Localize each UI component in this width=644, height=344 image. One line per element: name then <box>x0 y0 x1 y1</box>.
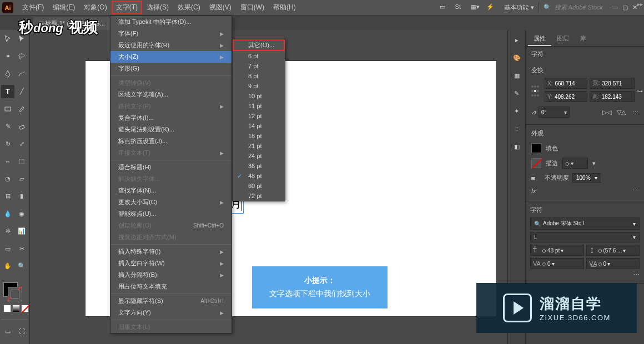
kerning-field[interactable]: VA◇0▾ <box>530 258 584 269</box>
menu-效果(C)[interactable]: 效果(C) <box>173 1 205 14</box>
selection-tool[interactable] <box>1 32 14 45</box>
minimize-icon[interactable]: ― <box>612 4 618 11</box>
y-field[interactable]: Y:408.262 <box>545 91 587 102</box>
tab-layers[interactable]: 图层 <box>551 32 575 46</box>
document-tab[interactable]: 未标题-1* @ 84% (RG... <box>33 17 110 30</box>
font-style-select[interactable]: L▾ <box>530 232 640 242</box>
symbol-sprayer-tool[interactable]: ✲ <box>1 225 14 238</box>
shaper-tool[interactable]: ✎ <box>1 120 14 133</box>
fill-stroke-swatch[interactable] <box>3 282 22 301</box>
eraser-tool[interactable] <box>15 120 28 133</box>
more-options-icon[interactable]: ⋯ <box>632 109 638 116</box>
free-transform-tool[interactable]: ⬚ <box>15 155 28 168</box>
size-option[interactable]: 21 pt <box>233 141 285 151</box>
menu-item[interactable]: 插入分隔符(B)▶ <box>110 269 232 281</box>
paintbrush-tool[interactable] <box>15 102 28 115</box>
screen-mode-normal-icon[interactable]: ▭ <box>1 325 14 338</box>
flip-v-icon[interactable]: ▽△ <box>617 109 626 116</box>
menu-item[interactable]: 区域文字选项(A)... <box>110 89 232 100</box>
width-tool[interactable]: ↔ <box>1 155 14 168</box>
search-box[interactable]: 🔍 搜索 Adobe Stock <box>539 2 607 13</box>
eyedropper-tool[interactable]: 💧 <box>1 207 14 220</box>
size-option[interactable]: 48 pt <box>233 171 285 181</box>
menu-item[interactable]: 字体(F)▶ <box>110 28 232 39</box>
size-option[interactable]: 36 pt <box>233 161 285 171</box>
menu-item[interactable]: 插入特殊字符(I)▶ <box>110 246 232 257</box>
stock-icon[interactable]: St <box>455 3 464 12</box>
bridge-icon[interactable]: ▭ <box>440 3 449 12</box>
column-graph-tool[interactable]: 📊 <box>15 225 28 238</box>
stroke-color-swatch[interactable] <box>531 158 541 168</box>
size-option[interactable]: 72 pt <box>233 191 285 201</box>
menu-对象(O)[interactable]: 对象(O) <box>79 1 111 14</box>
menu-文字(T)[interactable]: 文字(T) <box>112 1 142 14</box>
rotate-tool[interactable]: ↻ <box>1 137 14 150</box>
menu-视图(V)[interactable]: 视图(V) <box>205 1 236 14</box>
menu-item[interactable]: 适合标题(H) <box>110 161 232 173</box>
dock-symbols-icon[interactable]: ✦ <box>511 105 522 117</box>
tab-properties[interactable]: 属性 <box>528 32 551 46</box>
dock-swatches-icon[interactable]: ▦ <box>511 70 522 81</box>
menu-item[interactable]: 最近使用的字体(R)▶ <box>110 39 232 51</box>
menu-选择(S)[interactable]: 选择(S) <box>142 1 173 14</box>
tracking-field[interactable]: V͟A◇0▾ <box>586 258 640 269</box>
gradient-mode-icon[interactable] <box>12 305 20 312</box>
dock-gradient-icon[interactable]: ◧ <box>511 141 522 152</box>
w-field[interactable]: 宽:328.571 <box>590 78 635 89</box>
font-size-field[interactable]: T͊◇48 pt▾ <box>530 245 584 256</box>
mesh-tool[interactable]: ⊞ <box>1 190 14 203</box>
size-option[interactable]: 18 pt <box>233 131 285 141</box>
menu-item[interactable]: 用占位符文本填充 <box>110 281 232 292</box>
size-option[interactable]: 14 pt <box>233 121 285 131</box>
menu-文件(F)[interactable]: 文件(F) <box>18 1 48 14</box>
font-family-select[interactable]: 🔍Adobe 宋体 Std L▾ <box>530 217 640 230</box>
zoom-tool[interactable]: 🔍 <box>15 260 28 273</box>
h-field[interactable]: 高:182.143 <box>590 91 635 102</box>
artboard-tool[interactable]: ▭ <box>1 242 14 255</box>
screen-mode-full-icon[interactable]: ⛶ <box>15 325 28 338</box>
x-field[interactable]: X:668.714 <box>545 78 587 89</box>
more-options-icon[interactable]: ⋯ <box>632 187 638 194</box>
menu-item[interactable]: 智能标点(U)... <box>110 208 232 220</box>
fill-color-swatch[interactable] <box>531 143 541 153</box>
more-options-icon[interactable]: ⋯ <box>633 271 640 278</box>
rectangle-tool[interactable] <box>1 102 14 115</box>
menu-item[interactable]: 避头尾法则设置(K)... <box>110 124 232 135</box>
stroke-weight-field[interactable]: ◇▾ <box>562 158 588 169</box>
hand-tool[interactable]: ✋ <box>1 260 14 273</box>
shape-builder-tool[interactable]: ◔ <box>1 172 14 185</box>
workspace-selector[interactable]: 基本功能 ▾ <box>500 3 539 12</box>
opacity-field[interactable]: 100%▾ <box>572 173 601 183</box>
panel-collapse-icon[interactable]: ▸▸ <box>637 1 643 7</box>
menu-item[interactable]: 复合字体(I)... <box>110 112 232 124</box>
menu-item[interactable]: 文字方向(Y)▶ <box>110 307 232 318</box>
size-option[interactable]: 10 pt <box>233 91 285 101</box>
size-option[interactable]: 7 pt <box>233 61 285 71</box>
menu-item[interactable]: 显示隐藏字符(S)Alt+Ctrl+I <box>110 295 232 307</box>
menu-item[interactable]: 字形(G) <box>110 63 232 74</box>
lasso-tool[interactable] <box>15 50 28 63</box>
size-option[interactable]: 其它(O)... <box>233 39 285 51</box>
gpu-icon[interactable]: ⚡ <box>486 3 495 12</box>
close-icon[interactable]: ✕ <box>632 4 637 11</box>
fx-icon[interactable]: fx <box>531 188 536 194</box>
menu-item[interactable]: 添加 Typekit 中的字体(D)... <box>110 16 232 28</box>
type-tool[interactable]: T <box>1 85 14 98</box>
angle-field[interactable]: 0°▾ <box>539 107 570 118</box>
menu-item[interactable]: 标点挤压设置(J)... <box>110 135 232 147</box>
size-option[interactable]: 12 pt <box>233 111 285 121</box>
dock-collapse-icon[interactable]: ▸ <box>511 34 522 45</box>
stroke-swatch[interactable] <box>8 287 22 301</box>
slice-tool[interactable]: ✂ <box>15 242 28 255</box>
scale-tool[interactable]: ⤢ <box>15 137 28 150</box>
color-mode-icon[interactable] <box>3 305 11 312</box>
gradient-tool[interactable]: ▮ <box>15 190 28 203</box>
dock-brushes-icon[interactable]: ✎ <box>511 88 522 99</box>
menu-item[interactable]: 大小(Z)▶ <box>110 51 232 63</box>
perspective-tool[interactable]: ▱ <box>15 172 28 185</box>
size-option[interactable]: 6 pt <box>233 51 285 61</box>
line-tool[interactable]: ╱ <box>15 85 28 98</box>
dock-color-icon[interactable]: 🎨 <box>511 52 522 63</box>
tab-libraries[interactable]: 库 <box>575 32 592 46</box>
size-option[interactable]: 60 pt <box>233 181 285 191</box>
